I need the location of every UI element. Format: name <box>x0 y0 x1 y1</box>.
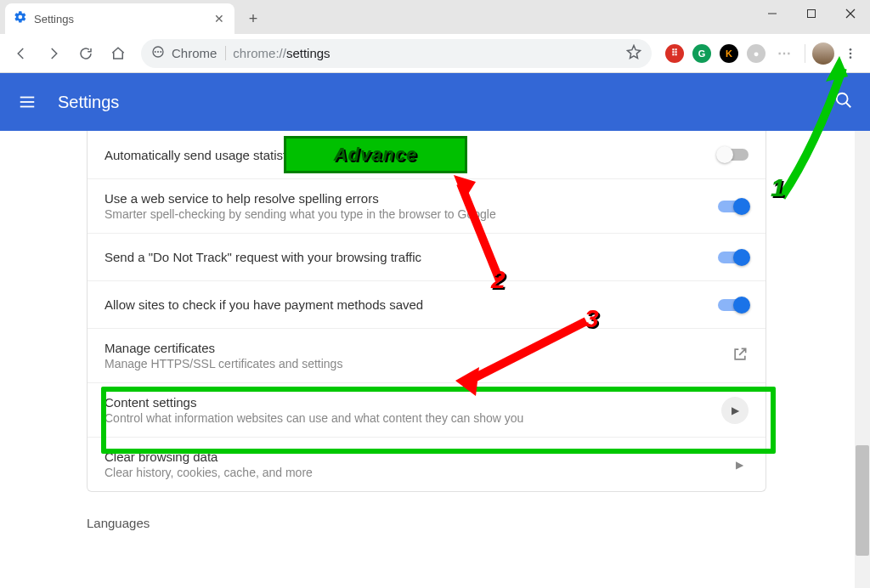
toggle-usage-stats[interactable] <box>718 149 749 161</box>
row-title: Clear browsing data <box>105 449 736 464</box>
maximize-button[interactable] <box>792 0 831 27</box>
window-titlebar: Settings ✕ + <box>0 0 870 34</box>
svg-point-9 <box>850 52 852 54</box>
site-info-icon[interactable] <box>151 45 165 61</box>
close-tab-icon[interactable]: ✕ <box>214 13 224 25</box>
section-heading-languages: Languages <box>87 516 766 530</box>
svg-point-8 <box>850 48 852 51</box>
gear-icon <box>14 10 27 27</box>
extension-icon-3[interactable]: K <box>720 44 738 63</box>
page-title: Settings <box>58 93 119 112</box>
chevron-right-icon: ▶ <box>736 459 749 471</box>
row-title: Allow sites to check if you have payment… <box>105 297 718 312</box>
row-spellcheck[interactable]: Use a web service to help resolve spelli… <box>88 178 765 233</box>
hamburger-menu-icon[interactable] <box>17 92 37 112</box>
svg-point-14 <box>837 93 848 105</box>
toolbar-divider <box>805 44 805 63</box>
toggle-dnt[interactable] <box>718 252 749 263</box>
chevron-right-icon: ▶ <box>721 397 749 424</box>
settings-content: Automatically send usage statistics and … <box>0 131 870 588</box>
row-title: Use a web service to help resolve spelli… <box>105 191 718 206</box>
settings-header: Settings <box>0 73 870 131</box>
external-link-icon <box>732 346 749 366</box>
extensions-area: ⠿ G K ● ⋯ <box>660 44 798 63</box>
reload-button[interactable] <box>71 39 100 68</box>
row-do-not-track[interactable]: Send a "Do Not Track" request with your … <box>88 233 765 280</box>
browser-toolbar: Chrome chrome://settings ⠿ G K ● ⋯ <box>0 34 870 73</box>
row-manage-certificates[interactable]: Manage certificates Manage HTTPS/SSL cer… <box>88 328 765 382</box>
row-subtitle: Clear history, cookies, cache, and more <box>105 466 736 479</box>
svg-point-5 <box>155 51 156 53</box>
extension-icon-4[interactable]: ● <box>747 44 765 63</box>
row-title: Manage certificates <box>105 341 732 355</box>
address-bar[interactable]: Chrome chrome://settings <box>141 39 652 68</box>
extension-icon-2[interactable]: G <box>692 44 711 63</box>
new-tab-button[interactable]: + <box>241 7 265 31</box>
row-subtitle: Control what information websites can us… <box>105 411 721 425</box>
svg-point-7 <box>160 51 161 53</box>
vertical-scrollbar[interactable] <box>855 131 870 588</box>
bookmark-star-icon[interactable] <box>626 44 641 62</box>
row-clear-browsing-data[interactable]: Clear browsing data Clear history, cooki… <box>88 437 765 491</box>
toggle-payment[interactable] <box>718 299 749 311</box>
url-chip: Chrome <box>172 46 226 60</box>
search-icon[interactable] <box>834 91 853 113</box>
row-title: Automatically send usage statistics and … <box>105 148 718 162</box>
profile-avatar[interactable] <box>812 42 834 65</box>
svg-rect-1 <box>808 10 816 18</box>
forward-button[interactable] <box>39 39 68 68</box>
url-text: chrome://settings <box>233 46 330 60</box>
extension-icon-1[interactable]: ⠿ <box>665 44 684 63</box>
privacy-card: Automatically send usage statistics and … <box>87 131 766 492</box>
toggle-spellcheck[interactable] <box>718 201 749 212</box>
window-close-button[interactable] <box>831 0 870 27</box>
row-subtitle: Smarter spell-checking by sending what y… <box>105 207 718 221</box>
scrollbar-thumb[interactable] <box>856 445 869 556</box>
browser-tab[interactable]: Settings ✕ <box>5 3 234 34</box>
row-subtitle: Manage HTTPS/SSL certificates and settin… <box>105 357 732 370</box>
extension-icon-5[interactable]: ⋯ <box>774 44 793 63</box>
row-payment-check[interactable]: Allow sites to check if you have payment… <box>88 280 765 328</box>
home-button[interactable] <box>104 39 133 68</box>
svg-point-6 <box>157 51 159 53</box>
row-title: Send a "Do Not Track" request with your … <box>105 250 718 264</box>
svg-line-15 <box>846 103 851 108</box>
row-title: Content settings <box>105 395 721 410</box>
scroll-region[interactable]: Automatically send usage statistics and … <box>0 131 853 588</box>
row-content-settings[interactable]: Content settings Control what informatio… <box>88 382 765 437</box>
tab-title: Settings <box>34 13 207 25</box>
chrome-menu-button[interactable] <box>838 41 863 66</box>
svg-point-10 <box>850 56 852 59</box>
row-usage-stats[interactable]: Automatically send usage statistics and … <box>88 131 765 178</box>
window-controls <box>753 0 870 27</box>
minimize-button[interactable] <box>753 0 792 27</box>
back-button[interactable] <box>7 39 36 68</box>
